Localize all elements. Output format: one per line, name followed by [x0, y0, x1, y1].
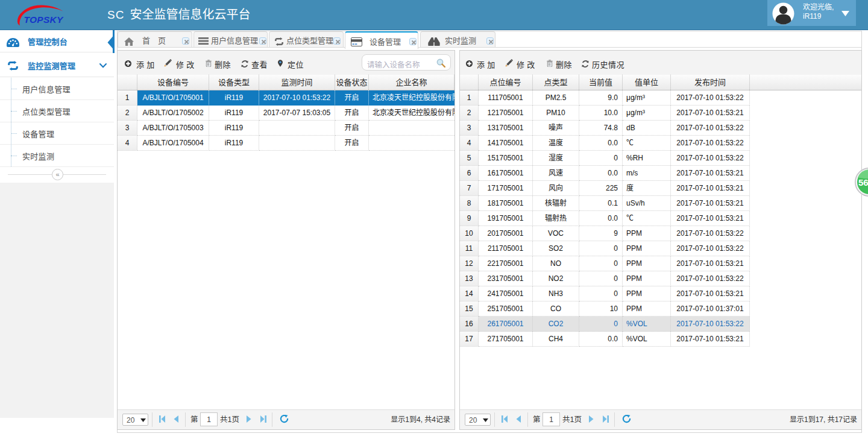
svg-text:56: 56	[858, 177, 868, 188]
svg-text:TOPSKY: TOPSKY	[24, 14, 64, 25]
